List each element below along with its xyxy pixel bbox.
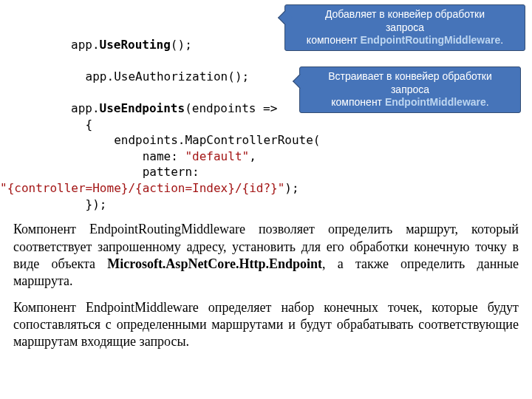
paragraph-endpoint-desc: Компонент EndpointMiddleware определяет … [0,299,532,351]
callout-endpoints: Встраивает в конвейер обработки запроса … [299,66,521,113]
callout-text: Добавляет в конвейер обработки [291,8,519,21]
callout-text: компонент EndpointRoutingMiddleware. [291,34,519,47]
callout-text: Встраивает в конвейер обработки [306,70,514,83]
callout-text: запроса [306,83,514,97]
paragraph-routing-desc: Компонент EndpointRoutingMiddleware позв… [0,221,532,290]
callout-text: запроса [291,21,519,35]
callout-routing: Добавляет в конвейер обработки запроса к… [284,4,525,51]
callout-text: компонент EndpointMiddleware. [306,96,514,109]
